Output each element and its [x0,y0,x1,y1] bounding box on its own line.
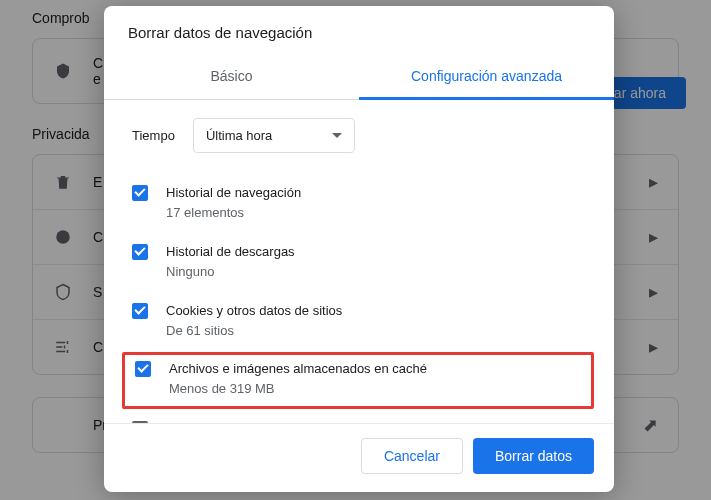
option-subtitle: 17 elementos [166,203,594,223]
options-scroll[interactable]: Tiempo Última hora Historial de navegaci… [104,100,614,423]
dropdown-icon [332,133,342,138]
option-subtitle: Ninguno [166,262,594,282]
clear-data-dialog: Borrar datos de navegación Básico Config… [104,6,614,492]
option-title: Archivos e imágenes almacenados en caché [169,359,591,379]
option-row: Contraseñas y otros datos de inicio de s… [132,411,594,423]
option-checkbox[interactable] [132,244,148,260]
option-subtitle: Menos de 319 MB [169,379,591,399]
option-title: Contraseñas y otros datos de inicio de s… [166,419,594,423]
option-checkbox[interactable] [132,421,148,423]
option-title: Historial de navegación [166,183,594,203]
time-label: Tiempo [132,128,175,143]
clear-data-button[interactable]: Borrar datos [473,438,594,474]
option-title: Cookies y otros datos de sitios [166,301,594,321]
option-checkbox[interactable] [132,185,148,201]
cancel-button[interactable]: Cancelar [361,438,463,474]
tab-basic[interactable]: Básico [104,55,359,99]
option-checkbox[interactable] [132,303,148,319]
option-checkbox[interactable] [135,361,151,377]
option-row: Historial de navegación17 elementos [132,175,594,234]
option-title: Historial de descargas [166,242,594,262]
time-range-select[interactable]: Última hora [193,118,355,153]
dialog-title: Borrar datos de navegación [104,6,614,55]
tab-advanced[interactable]: Configuración avanzada [359,55,614,100]
option-row: Cookies y otros datos de sitiosDe 61 sit… [132,293,594,352]
option-row: Historial de descargasNinguno [132,234,594,293]
option-subtitle: De 61 sitios [166,321,594,341]
option-row: Archivos e imágenes almacenados en caché… [122,352,594,409]
